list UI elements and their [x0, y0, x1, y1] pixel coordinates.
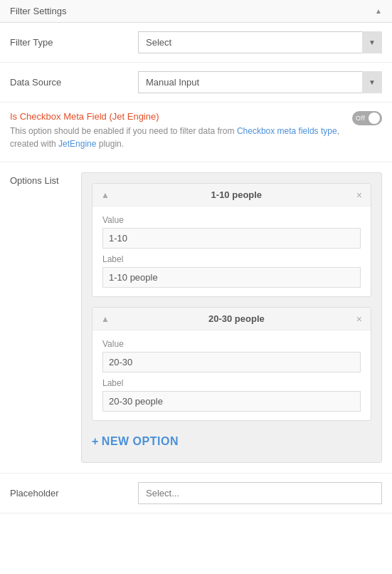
collapse-icon[interactable]: ▲: [375, 7, 382, 15]
option-card-2: ▲ 20-30 people × Value Label: [92, 307, 371, 421]
add-option-label: NEW OPTION: [102, 435, 179, 448]
option-card-2-body: Value Label: [92, 330, 371, 420]
desc-before: This option should be enabled if you nee…: [10, 126, 237, 136]
option-card-1-value-input[interactable]: [102, 228, 361, 249]
toggle-knob: [369, 113, 380, 124]
panel-header: Filter Settings ▲: [0, 0, 392, 23]
filter-type-row: Filter Type SelectCheckboxesRadioRange ▼: [0, 23, 392, 63]
option-card-2-title: 20-30 people: [117, 313, 356, 324]
desc-link1[interactable]: Checkbox meta fields type: [237, 126, 337, 136]
option-card-2-label-input[interactable]: [102, 391, 361, 412]
option-card-2-drag-icon[interactable]: ▲: [101, 314, 110, 324]
desc-link2[interactable]: JetEngine: [58, 139, 96, 149]
toggle-wrap: Off: [352, 111, 382, 127]
option-card-1-title: 1-10 people: [117, 189, 356, 200]
data-source-select[interactable]: Manual InputPostsTermsCustom: [138, 71, 382, 93]
options-list-row: Options List ▲ 1-10 people × Value Label…: [0, 162, 392, 474]
option-card-1-label-label: Label: [102, 254, 361, 264]
data-source-row: Data Source Manual InputPostsTermsCustom…: [0, 63, 392, 103]
option-card-2-value-label: Value: [102, 339, 361, 349]
filter-type-label: Filter Type: [10, 37, 138, 48]
add-option-plus-icon: +: [92, 435, 99, 448]
filter-type-select-wrapper: SelectCheckboxesRadioRange ▼: [138, 31, 382, 53]
options-list-label: Options List: [10, 172, 81, 186]
option-card-2-close-icon[interactable]: ×: [356, 314, 362, 324]
checkbox-meta-toggle[interactable]: Off: [352, 111, 382, 125]
option-card-1-header: ▲ 1-10 people ×: [92, 184, 371, 207]
desc-after: plugin.: [96, 139, 124, 149]
filter-type-control: SelectCheckboxesRadioRange ▼: [138, 31, 382, 53]
checkbox-meta-row: Is Checkbox Meta Field (Jet Engine) This…: [0, 103, 392, 162]
options-list-wrap: ▲ 1-10 people × Value Label ▲ 20-30 peop…: [81, 172, 382, 463]
data-source-control: Manual InputPostsTermsCustom ▼: [138, 71, 382, 93]
data-source-select-wrapper: Manual InputPostsTermsCustom ▼: [138, 71, 382, 93]
filter-type-select[interactable]: SelectCheckboxesRadioRange: [138, 31, 382, 53]
option-card-1-value-label: Value: [102, 215, 361, 225]
option-card-1-drag-icon[interactable]: ▲: [101, 190, 110, 200]
checkbox-meta-title: Is Checkbox Meta Field (Jet Engine): [10, 111, 342, 122]
option-card-1-label-input[interactable]: [102, 267, 361, 288]
data-source-label: Data Source: [10, 77, 138, 88]
placeholder-control: [138, 482, 382, 504]
toggle-off-label: Off: [356, 115, 365, 122]
checkbox-meta-section: Is Checkbox Meta Field (Jet Engine) This…: [10, 111, 342, 157]
placeholder-label: Placeholder: [10, 488, 138, 499]
placeholder-row: Placeholder: [0, 474, 392, 513]
placeholder-input[interactable]: [138, 482, 382, 504]
add-option-button[interactable]: + NEW OPTION: [92, 431, 181, 452]
option-card-1: ▲ 1-10 people × Value Label: [92, 183, 371, 297]
option-card-2-label-label: Label: [102, 378, 361, 388]
checkbox-meta-description: This option should be enabled if you nee…: [10, 125, 342, 150]
option-card-1-close-icon[interactable]: ×: [356, 190, 362, 200]
panel-title: Filter Settings: [10, 6, 66, 16]
option-card-2-header: ▲ 20-30 people ×: [92, 308, 371, 330]
option-card-2-value-input[interactable]: [102, 352, 361, 372]
option-card-1-body: Value Label: [92, 207, 371, 296]
